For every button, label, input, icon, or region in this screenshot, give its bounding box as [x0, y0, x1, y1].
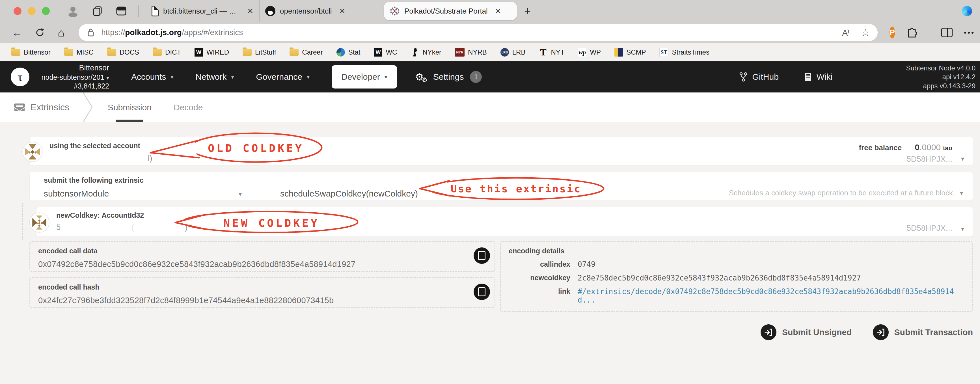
encoding-details-label: encoding details: [509, 247, 964, 255]
folder-icon: [64, 49, 73, 56]
browser-tab-btcli-docs[interactable]: btcli.bittensor_cli — BTCLI Docs ✕: [146, 0, 259, 22]
chevron-down-icon: ▾: [106, 75, 109, 81]
github-icon: [265, 6, 275, 16]
straitstimes-icon: ST: [659, 48, 668, 57]
new-tab-button[interactable]: +: [524, 5, 531, 18]
github-link[interactable]: GitHub: [739, 72, 778, 82]
browser-tab-opentensor[interactable]: opentensor/btcli ✕: [259, 0, 384, 22]
node-name: node-subtensor/201: [41, 73, 104, 81]
app-header: τ Bittensor node-subtensor/201 ▾ #3,841,…: [0, 61, 980, 92]
bookmark-nyrb[interactable]: NYRNYRB: [455, 48, 487, 57]
extensions-puzzle-icon[interactable]: [906, 27, 918, 38]
bookmark-wired[interactable]: WWIRED: [194, 48, 229, 57]
scmp-icon: [614, 48, 623, 57]
bookmark-folder-career[interactable]: Career: [290, 48, 323, 56]
browser-tab-polkadot-portal[interactable]: Polkadot/Substrate Portal ✕: [384, 2, 517, 20]
detail-callindex-value: 0749: [578, 260, 595, 269]
bookmark-wapo[interactable]: wpWP: [578, 48, 601, 57]
bookmark-folder-docs[interactable]: DOCS: [107, 48, 139, 56]
page-subnav: Extrinsics Submission Decode: [0, 92, 980, 122]
bookmark-straitstimes[interactable]: STStraitsTimes: [659, 48, 709, 57]
detail-key: callindex: [509, 260, 570, 269]
close-tab-icon[interactable]: ✕: [339, 7, 345, 16]
extrinsics-form: using the selected account l) free balan…: [0, 122, 980, 384]
bookmark-stat[interactable]: Stat: [336, 48, 361, 57]
tab-submission[interactable]: Submission: [106, 92, 153, 122]
menu-developer[interactable]: Developer▾: [332, 65, 397, 89]
param-identicon: [29, 212, 49, 234]
account-address-short: 5D58HPJX...: [859, 153, 952, 165]
zoom-window-button[interactable]: [42, 7, 50, 15]
bookmark-wc[interactable]: WWC: [374, 48, 397, 57]
submit-actions: Submit Unsigned Submit Transaction: [29, 324, 973, 340]
menu-settings[interactable]: ⚙⚙ Settings 1: [415, 71, 482, 83]
home-button[interactable]: ⌂: [58, 27, 64, 38]
newcoldkey-param-row[interactable]: newColdkey: AccountId32 5() ▾ 5D58HPJX..…: [36, 207, 973, 236]
detail-key: link: [509, 287, 570, 304]
menu-governance[interactable]: Governance▾: [256, 72, 310, 82]
split-screen-icon[interactable]: [941, 28, 953, 37]
favorite-star-icon[interactable]: ☆: [861, 27, 870, 38]
copy-call-hash-button[interactable]: [474, 284, 490, 300]
bookmarks-bar: Bittensor MISC DOCS DICT WWIRED LitStuff…: [0, 43, 980, 61]
close-window-button[interactable]: [14, 7, 21, 15]
chevron-down-icon: ▾: [231, 73, 234, 80]
settings-badge: 1: [470, 71, 482, 83]
sign-in-arrow-icon: [760, 324, 776, 340]
menu-accounts[interactable]: Accounts▾: [131, 72, 173, 82]
copilot-icon[interactable]: [962, 6, 972, 16]
encoded-call-data-label: encoded call data: [38, 247, 487, 255]
network-info[interactable]: Bittensor node-subtensor/201 ▾ #3,841,82…: [36, 63, 109, 91]
folder-icon: [243, 49, 251, 56]
reload-button[interactable]: [35, 27, 45, 38]
module-select[interactable]: subtensorModule▾: [44, 189, 253, 199]
browser-tab-bar: btcli.bittensor_cli — BTCLI Docs ✕ opent…: [0, 0, 980, 22]
bookmark-folder-dict[interactable]: DICT: [153, 48, 181, 56]
free-balance-label: free balance: [859, 143, 902, 152]
chevron-down-icon[interactable]: ▾: [961, 155, 964, 163]
mail-icon: [14, 103, 25, 112]
menu-network[interactable]: Network▾: [196, 72, 234, 82]
bookmark-scmp[interactable]: SCMP: [614, 48, 646, 57]
window-controls: [14, 7, 50, 15]
bookmark-folder-bittensor[interactable]: Bittensor: [11, 48, 51, 56]
address-bar[interactable]: https://polkadot.js.org/apps/#/extrinsic…: [79, 24, 878, 41]
bookmark-folder-litstuff[interactable]: LitStuff: [243, 48, 276, 56]
chevron-down-icon[interactable]: ▾: [960, 190, 963, 197]
tab-title: btcli.bittensor_cli — BTCLI Docs: [163, 7, 240, 16]
submit-unsigned-button[interactable]: Submit Unsigned: [760, 324, 852, 340]
sidebar-toggle-icon[interactable]: [116, 6, 127, 16]
folder-icon: [153, 49, 162, 56]
wiki-link[interactable]: Wiki: [804, 72, 833, 82]
bookmark-lrb[interactable]: LRBLRB: [500, 48, 526, 57]
method-description: Schedules a coldkey swap operation to be…: [729, 189, 955, 198]
method-select[interactable]: scheduleSwapColdkey(newColdkey): [280, 189, 418, 199]
copy-call-data-button[interactable]: [474, 247, 490, 264]
bookmark-newyorker[interactable]: NYker: [410, 48, 441, 57]
more-menu-icon[interactable]: •••: [964, 28, 975, 37]
tab-decode[interactable]: Decode: [172, 92, 204, 122]
profile-avatar-icon[interactable]: [67, 5, 79, 17]
extension-badge-icon[interactable]: P: [889, 27, 895, 38]
close-tab-icon[interactable]: ✕: [247, 7, 253, 16]
minimize-window-button[interactable]: [28, 7, 36, 15]
bookmark-nyt[interactable]: TNYT: [539, 48, 564, 57]
lock-icon: [86, 28, 95, 37]
account-select-row[interactable]: using the selected account l) free balan…: [29, 137, 973, 166]
encoding-details-box: encoding details callindex0749 newcoldke…: [500, 241, 973, 312]
submit-transaction-button[interactable]: Submit Transaction: [873, 324, 973, 340]
read-aloud-icon[interactable]: A⁾: [842, 28, 848, 38]
chevron-down-icon[interactable]: ▾: [961, 225, 964, 233]
wired-icon: W: [194, 48, 203, 57]
back-button[interactable]: ←: [12, 27, 22, 38]
close-tab-icon[interactable]: ✕: [495, 7, 501, 16]
decode-link[interactable]: #/extrinsics/decode/0x07492c8e758dec5b9c…: [578, 287, 964, 304]
divider: [83, 92, 93, 122]
tab-overview-icon[interactable]: [92, 6, 103, 16]
chain-logo[interactable]: τ: [11, 68, 29, 86]
browser-toolbar: ← ⌂ https://polkadot.js.org/apps/#/extri…: [0, 22, 980, 43]
chain-name: Bittensor: [36, 63, 109, 73]
folder-icon: [11, 49, 21, 56]
extrinsic-select-row: submit the following extrinsic subtensor…: [29, 172, 973, 201]
bookmark-folder-misc[interactable]: MISC: [64, 48, 94, 56]
